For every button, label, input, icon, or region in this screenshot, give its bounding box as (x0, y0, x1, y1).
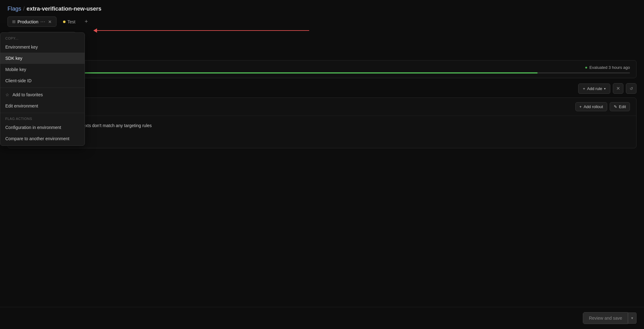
add-to-favorites-item[interactable]: ☆ Add to favorites (0, 89, 85, 100)
edit-rule-button[interactable]: ✎ Edit (610, 102, 630, 111)
edit-environment-label: Edit environment (5, 103, 38, 108)
rules-toolbar: + Add rule ▾ ✕ ↺ (7, 83, 637, 94)
environment-key-label: Environment key (5, 45, 38, 50)
edit-label: Edit (619, 104, 626, 109)
add-rollout-button[interactable]: + Add rollout (575, 102, 607, 111)
targeting-row: When targeting is On and contexts don't … (15, 122, 629, 129)
add-rule-button[interactable]: + Add rule ▾ (578, 83, 610, 94)
rule-actions: + Add rollout ✎ Edit (575, 102, 630, 111)
mobile-key-label: Mobile key (5, 67, 26, 72)
review-save-chevron-button[interactable]: ▾ (628, 312, 637, 324)
dropdown-item-client-side-id[interactable]: Client-side ID (0, 75, 85, 86)
dropdown-item-mobile-key[interactable]: Mobile key (0, 64, 85, 75)
copy-section-label: Copy... (0, 34, 85, 41)
history-button[interactable]: ↺ (626, 83, 637, 94)
evaluated-header: ● Evaluated 3 hours ago (14, 65, 630, 70)
flag-name: extra-verification-new-users (27, 6, 101, 12)
client-side-id-label: Client-side ID (5, 78, 32, 83)
arrow-head (93, 28, 97, 33)
edit-environment-item[interactable]: Edit environment (0, 100, 85, 112)
sdk-key-label: SDK key (5, 56, 22, 61)
add-to-favorites-label: Add to favorites (12, 92, 43, 97)
main-content: Fallback variation extra verification of… (0, 32, 644, 148)
arrow-line (97, 30, 309, 31)
tab-test[interactable]: Test (58, 17, 80, 26)
default-rule-card: ▾ Default rule + Add rollout ✎ Edit When… (7, 98, 637, 148)
evaluated-dot-icon: ● (585, 65, 587, 70)
grid-icon: ⊞ (12, 19, 16, 24)
serve-row: Serve extra verification on (15, 133, 629, 142)
bottom-toolbar: Review and save ▾ (0, 307, 644, 329)
dropdown-menu: Copy... Environment key SDK key Mobile k… (0, 32, 85, 146)
add-tab-button[interactable]: + (82, 17, 91, 26)
compare-env-label: Compare to another environment (5, 136, 69, 141)
add-rollout-label: Add rollout (583, 104, 603, 109)
dropdown-item-compare-env[interactable]: Compare to another environment (0, 133, 85, 144)
divider-2 (0, 113, 85, 113)
flags-link[interactable]: Flags (7, 6, 21, 12)
tab-close-icon[interactable]: ✕ (48, 19, 52, 24)
clear-button[interactable]: ✕ (613, 83, 623, 94)
tabs-row: ⊞ Production ⋯ ✕ Test + (0, 17, 644, 27)
pencil-icon: ✎ (614, 104, 617, 109)
tab-test-dot (63, 21, 66, 23)
review-save-label: Review and save (589, 316, 622, 321)
config-in-env-label: Configuration in environment (5, 125, 61, 130)
breadcrumb-separator: / (23, 6, 25, 12)
dropdown-item-sdk-key[interactable]: SDK key (0, 53, 85, 64)
evaluated-text: Evaluated 3 hours ago (589, 65, 630, 70)
dropdown-item-config-in-env[interactable]: Configuration in environment (0, 122, 85, 133)
review-save-button[interactable]: Review and save ▾ (583, 312, 637, 324)
star-icon: ☆ (5, 92, 9, 97)
plus-icon: + (583, 86, 585, 91)
tab-production[interactable]: ⊞ Production ⋯ ✕ (7, 17, 56, 27)
progress-bar-fill (14, 72, 538, 74)
divider-1 (0, 88, 85, 88)
arrow-indicator (94, 28, 309, 33)
tab-production-label: Production (17, 19, 38, 24)
dropdown-item-environment-key[interactable]: Environment key (0, 41, 85, 53)
add-rule-label: Add rule (587, 86, 602, 91)
plus-icon-rollout: + (579, 104, 582, 109)
evaluated-section: ● Evaluated 3 hours ago (7, 60, 637, 78)
review-save-main[interactable]: Review and save (583, 312, 628, 324)
chevron-down-icon-save: ▾ (631, 316, 633, 320)
flag-actions-label: Flag actions (0, 114, 85, 122)
tab-more-icon[interactable]: ⋯ (40, 19, 46, 25)
clear-icon: ✕ (616, 86, 620, 91)
chevron-down-icon: ▾ (604, 87, 606, 90)
breadcrumb: Flags / extra-verification-new-users (0, 0, 644, 17)
history-icon: ↺ (630, 86, 633, 91)
progress-bar-track (14, 72, 630, 74)
tab-test-label: Test (67, 19, 76, 24)
targeting-body: When targeting is On and contexts don't … (8, 116, 636, 148)
default-rule-header: ▾ Default rule + Add rollout ✎ Edit (8, 98, 636, 116)
